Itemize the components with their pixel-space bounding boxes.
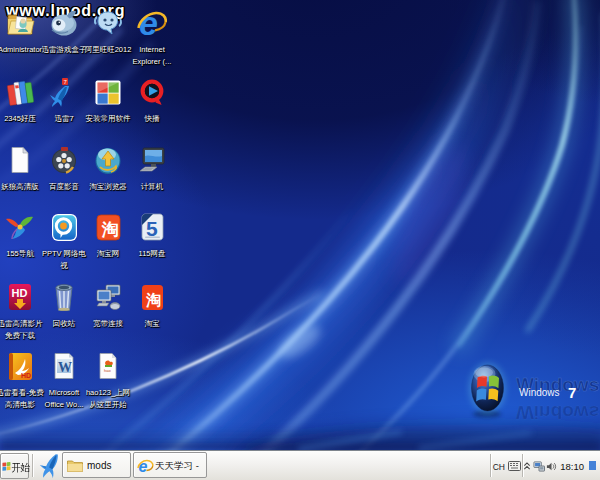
svg-text:淘: 淘 [101, 220, 119, 239]
svg-text:HD: HD [21, 372, 31, 379]
svg-text:hao: hao [104, 368, 111, 373]
svg-text:7: 7 [568, 384, 576, 401]
svg-text:Windows: Windows [519, 387, 560, 398]
svg-text:HD: HD [12, 287, 28, 299]
svg-text:淘: 淘 [145, 291, 161, 308]
svg-text:Windows 7: Windows 7 [516, 402, 600, 423]
svg-text:W: W [58, 360, 72, 375]
